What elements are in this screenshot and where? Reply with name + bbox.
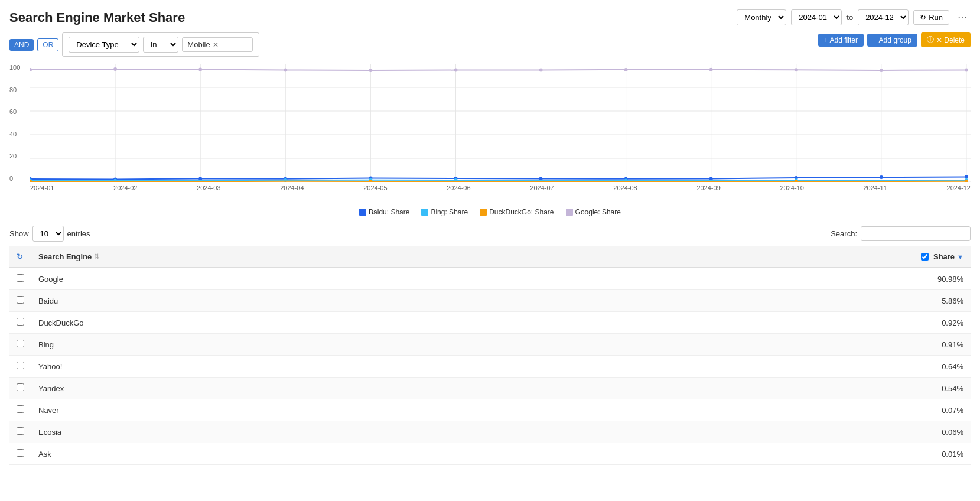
share-cell: 0.54% (566, 378, 971, 399)
row-checkbox-cell (9, 290, 31, 312)
chart-y-axis: 100 80 60 40 20 0 (9, 64, 30, 182)
baidu-dot (880, 175, 883, 179)
run-label: Run (929, 13, 943, 22)
google-dot (30, 68, 32, 71)
chart-svg (30, 64, 971, 182)
row-checkbox[interactable] (17, 383, 24, 391)
legend-google: Google: Share (566, 208, 621, 216)
engine-sort-icon: ⇅ (94, 253, 99, 261)
x-label: 2024-07 (530, 184, 554, 191)
table-header-row: ↻ Search Engine ⇅ Share ▼ (9, 246, 971, 268)
tag-remove-icon[interactable]: ✕ (213, 41, 219, 49)
legend-baidu-label: Baidu: Share (369, 208, 409, 216)
share-cell: 0.92% (566, 312, 971, 334)
row-checkbox[interactable] (17, 274, 24, 282)
bing-line (30, 180, 966, 181)
table-row: Yahoo! 0.64% (9, 356, 971, 378)
row-checkbox[interactable] (17, 362, 24, 369)
legend-ddg-label: DuckDuckGo: Share (489, 208, 554, 216)
google-dot (454, 69, 457, 72)
x-label: 2024-05 (363, 184, 387, 191)
row-checkbox-cell (9, 334, 31, 356)
x-label: 2024-02 (113, 184, 137, 191)
x-label: 2024-09 (696, 184, 720, 191)
chart-legend: Baidu: Share Bing: Share DuckDuckGo: Sha… (9, 208, 971, 216)
engine-col-label: Search Engine (38, 252, 92, 261)
engine-cell: Bing (31, 334, 566, 356)
delete-button[interactable]: ⓘ ✕ Delete (921, 32, 971, 47)
legend-google-label: Google: Share (575, 208, 621, 216)
row-checkbox-cell (9, 378, 31, 399)
google-dot (539, 68, 542, 71)
engine-cell: Ask (31, 443, 566, 465)
y-label-80: 80 (9, 86, 27, 93)
x-label: 2024-01 (30, 184, 54, 191)
row-checkbox[interactable] (17, 405, 24, 413)
filter-value-box: Mobile ✕ (182, 37, 253, 52)
device-type-select[interactable]: Device Type (69, 37, 139, 53)
x-label: 2024-04 (280, 184, 304, 191)
add-filter-button[interactable]: + Add filter (818, 34, 864, 47)
legend-ddg-color (480, 209, 487, 216)
table-row: Google 90.98% (9, 268, 971, 290)
google-dot (113, 67, 117, 71)
row-checkbox[interactable] (17, 340, 24, 347)
or-button[interactable]: OR (37, 38, 58, 51)
refresh-icon[interactable]: ↻ (17, 252, 23, 261)
engine-column-header[interactable]: Search Engine ⇅ (31, 246, 566, 268)
row-checkbox[interactable] (17, 296, 24, 304)
and-button[interactable]: AND (9, 39, 34, 51)
share-cell: 5.86% (566, 290, 971, 312)
entries-label: entries (67, 229, 90, 238)
share-column-header[interactable]: Share ▼ (566, 246, 971, 268)
google-dot (624, 68, 628, 71)
share-col-label: Share (933, 252, 955, 261)
row-checkbox-cell (9, 443, 31, 465)
page-title: Search Engine Market Share (9, 10, 185, 25)
period-select[interactable]: Monthly (737, 9, 786, 25)
entries-select[interactable]: 10 25 50 (32, 226, 64, 242)
filter-tag: Mobile ✕ (187, 40, 218, 49)
baidu-dot (965, 175, 968, 179)
tag-value: Mobile (187, 40, 210, 49)
row-checkbox-cell (9, 312, 31, 334)
more-button[interactable]: ⋯ (954, 11, 971, 24)
from-date-select[interactable]: 2024-01 (791, 9, 842, 25)
engine-cell: DuckDuckGo (31, 312, 566, 334)
table-head: ↻ Search Engine ⇅ Share ▼ (9, 246, 971, 268)
chart-area (30, 64, 971, 182)
share-cell: 90.98% (566, 268, 971, 290)
legend-baidu: Baidu: Share (359, 208, 409, 216)
share-checkbox[interactable] (921, 253, 929, 261)
search-input[interactable] (861, 226, 971, 241)
y-label-100: 100 (9, 64, 27, 71)
table-row: Ecosia 0.06% (9, 421, 971, 443)
row-checkbox[interactable] (17, 449, 24, 457)
chart-container: 100 80 60 40 20 0 (9, 64, 971, 206)
google-dot (795, 68, 798, 71)
add-group-button[interactable]: + Add group (867, 34, 917, 47)
to-label: to (846, 13, 853, 22)
legend-baidu-color (359, 209, 366, 216)
x-label: 2024-06 (447, 184, 470, 191)
to-date-select[interactable]: 2024-12 (858, 9, 909, 25)
row-checkbox[interactable] (17, 318, 24, 326)
google-dot (709, 68, 713, 71)
header-controls: Monthly 2024-01 to 2024-12 ↻ Run ⋯ (737, 9, 971, 25)
legend-google-color (566, 209, 573, 216)
share-cell: 0.06% (566, 421, 971, 443)
filter-op-select[interactable]: in (143, 37, 178, 53)
search-label: Search: (831, 229, 857, 238)
show-label: Show (9, 229, 29, 238)
row-checkbox[interactable] (17, 427, 24, 435)
x-label: 2024-11 (863, 184, 887, 191)
y-label-0: 0 (9, 175, 27, 182)
row-checkbox-cell (9, 399, 31, 421)
google-dot (284, 68, 287, 71)
table-body: Google 90.98% Baidu 5.86% DuckDuckGo 0.9… (9, 268, 971, 465)
google-dot (369, 69, 372, 72)
data-table: ↻ Search Engine ⇅ Share ▼ Google 90.98% (9, 246, 971, 465)
run-button[interactable]: ↻ Run (913, 10, 949, 25)
select-all-header: ↻ (9, 246, 31, 268)
row-checkbox-cell (9, 356, 31, 378)
